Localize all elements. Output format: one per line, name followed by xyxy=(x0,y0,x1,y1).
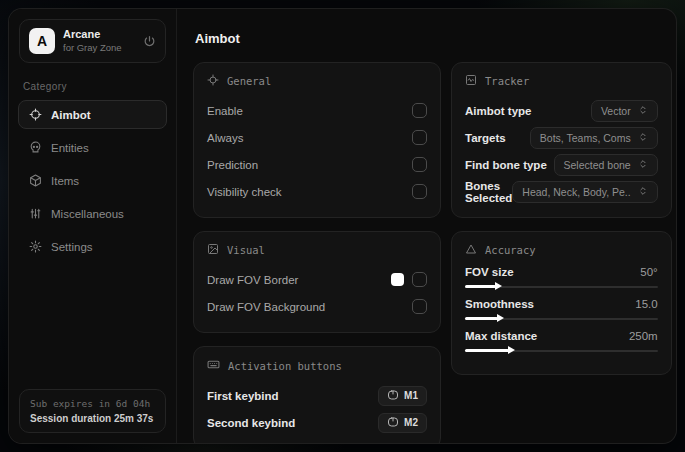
slider-value: 250m xyxy=(629,330,658,342)
chevron-up-down-icon xyxy=(638,159,648,171)
always-checkbox[interactable] xyxy=(412,130,427,145)
find-bone-type-select[interactable]: Selected bone xyxy=(554,154,658,176)
mouse-icon xyxy=(387,390,399,402)
keybind-value: M2 xyxy=(404,417,418,428)
slider-value: 15.0 xyxy=(635,298,657,310)
select-value: Vector xyxy=(601,105,631,117)
first-keybind-button[interactable]: M1 xyxy=(378,386,427,406)
keyboard-icon xyxy=(207,358,220,373)
setting-label: Draw FOV Background xyxy=(207,301,325,313)
section-title: Tracker xyxy=(485,75,529,87)
setting-label: Visibility check xyxy=(207,186,282,198)
sidebar-item-miscellaneous[interactable]: Miscellaneous xyxy=(18,199,167,228)
bones-selected-select[interactable]: Head, Neck, Body, Pe.. xyxy=(512,181,657,203)
chevron-up-down-icon xyxy=(638,132,648,144)
slider-label: FOV size xyxy=(465,266,514,278)
image-icon xyxy=(207,243,219,257)
max-distance-slider[interactable] xyxy=(465,349,658,352)
select-value: Bots, Teams, Coms xyxy=(540,132,631,144)
app-header-card: A Arcane for Gray Zone xyxy=(19,19,166,63)
app-logo: A xyxy=(29,28,55,54)
setting-row-find-bone-type: Find bone type Selected bone xyxy=(465,151,658,178)
mouse-icon xyxy=(387,417,399,429)
box-icon xyxy=(29,174,42,187)
setting-label: Aimbot type xyxy=(465,105,531,117)
second-keybind-button[interactable]: M2 xyxy=(378,413,427,433)
tracker-card: Tracker Aimbot type Vector xyxy=(451,62,672,218)
setting-label: First keybind xyxy=(207,390,279,402)
setting-row-prediction: Prediction xyxy=(207,151,427,178)
unload-icon[interactable] xyxy=(143,35,156,48)
skull-icon xyxy=(29,141,42,154)
section-title: Accuracy xyxy=(485,244,536,256)
sidebar-item-settings[interactable]: Settings xyxy=(18,232,167,261)
section-title: Activation buttons xyxy=(228,360,342,372)
gear-icon xyxy=(29,240,42,253)
visibility-check-checkbox[interactable] xyxy=(412,184,427,199)
slider-label: Max distance xyxy=(465,330,537,342)
draw-fov-border-checkbox[interactable] xyxy=(412,272,427,287)
select-value: Head, Neck, Body, Pe.. xyxy=(522,186,630,198)
slider-value: 50° xyxy=(640,266,657,278)
setting-label: Second keybind xyxy=(207,417,295,429)
app-window: A Arcane for Gray Zone Category Aimbot xyxy=(8,8,677,444)
section-title: General xyxy=(227,75,271,87)
setting-row-targets: Targets Bots, Teams, Coms xyxy=(465,124,658,151)
setting-row-draw-fov-border: Draw FOV Border xyxy=(207,266,427,293)
smoothness-slider-block: Smoothness 15.0 xyxy=(465,298,658,320)
sidebar-item-label: Entities xyxy=(51,142,89,154)
targets-select[interactable]: Bots, Teams, Coms xyxy=(530,127,658,149)
setting-row-bones-selected: Bones Selected Head, Neck, Body, Pe.. xyxy=(465,178,658,205)
category-label: Category xyxy=(23,81,162,92)
aimbot-type-select[interactable]: Vector xyxy=(591,100,658,122)
sub-expires-text: Sub expires in 6d 04h xyxy=(30,398,155,409)
setting-label: Prediction xyxy=(207,159,258,171)
setting-row-draw-fov-background: Draw FOV Background xyxy=(207,293,427,320)
sidebar-item-aimbot[interactable]: Aimbot xyxy=(18,100,167,129)
select-value: Selected bone xyxy=(564,159,631,171)
sidebar-item-label: Settings xyxy=(51,241,93,253)
subscription-card: Sub expires in 6d 04h Session duration 2… xyxy=(19,389,166,433)
setting-label: Draw FOV Border xyxy=(207,274,298,286)
setting-row-enable: Enable xyxy=(207,97,427,124)
page-title: Aimbot xyxy=(195,31,662,46)
app-meta: Arcane for Gray Zone xyxy=(63,28,135,54)
crosshair-icon xyxy=(29,108,42,121)
app-name: Arcane xyxy=(63,28,135,42)
section-title: Visual xyxy=(227,244,265,256)
setting-label: Targets xyxy=(465,132,506,144)
setting-label: Always xyxy=(207,132,243,144)
sidebar-item-label: Miscellaneous xyxy=(51,208,124,220)
general-card: General Enable Always Prediction xyxy=(193,62,441,218)
slider-label: Smoothness xyxy=(465,298,534,310)
visual-card: Visual Draw FOV Border Draw FOV Backgrou… xyxy=(193,231,441,333)
max-distance-slider-block: Max distance 250m xyxy=(465,330,658,352)
smoothness-slider[interactable] xyxy=(465,317,658,320)
fov-size-slider-block: FOV size 50° xyxy=(465,266,658,288)
fov-size-slider[interactable] xyxy=(465,285,658,288)
session-duration-text: Session duration 25m 37s xyxy=(30,413,155,424)
sidebar-item-label: Aimbot xyxy=(51,109,91,121)
keybind-value: M1 xyxy=(404,390,418,401)
setting-row-aimbot-type: Aimbot type Vector xyxy=(465,97,658,124)
sidebar-nav: Aimbot Entities Items xyxy=(9,100,176,261)
accuracy-card: Accuracy FOV size 50° xyxy=(451,231,672,375)
prediction-checkbox[interactable] xyxy=(412,157,427,172)
sliders-icon xyxy=(29,207,42,220)
app-subtitle: for Gray Zone xyxy=(63,42,135,54)
activity-icon xyxy=(465,74,477,88)
setting-row-visibility-check: Visibility check xyxy=(207,178,427,205)
activation-card: Activation buttons First keybind M1 xyxy=(193,346,441,443)
fov-border-color-swatch[interactable] xyxy=(391,273,404,286)
draw-fov-background-checkbox[interactable] xyxy=(412,299,427,314)
sidebar-item-entities[interactable]: Entities xyxy=(18,133,167,162)
sidebar-item-items[interactable]: Items xyxy=(18,166,167,195)
chevron-up-down-icon xyxy=(638,186,648,198)
sidebar-item-label: Items xyxy=(51,175,79,187)
setting-row-second-keybind: Second keybind M2 xyxy=(207,409,427,436)
enable-checkbox[interactable] xyxy=(412,103,427,118)
main-panel: Aimbot General Enable xyxy=(177,9,676,443)
sidebar: A Arcane for Gray Zone Category Aimbot xyxy=(9,9,177,443)
chevron-up-down-icon xyxy=(638,105,648,117)
setting-label: Bones Selected xyxy=(465,180,512,204)
